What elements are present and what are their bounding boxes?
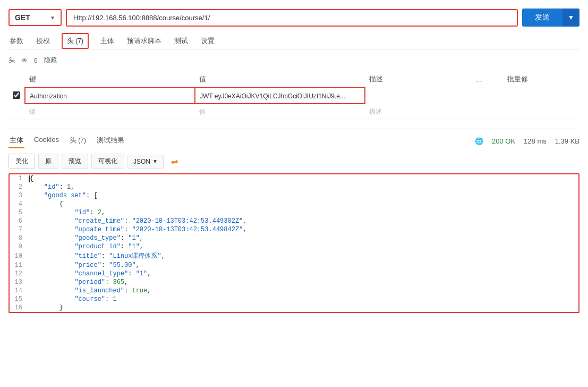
format-tabs-row: 美化 原 预览 可视化 JSON ▼ ⇌	[8, 154, 580, 169]
method-selector[interactable]: GET ▼	[8, 9, 62, 26]
response-tabs-row: 主体 Cookies 头 (7) 测试结果 🌐 200 OK 128 ms 1.…	[8, 133, 580, 148]
json-line-4: 4 {	[10, 200, 578, 208]
placeholder-key: 键	[29, 108, 36, 115]
tab-auth[interactable]: 授权	[35, 33, 51, 49]
desc-cell	[365, 88, 471, 104]
col-value-header: 值	[195, 71, 365, 88]
method-label: GET	[15, 13, 30, 22]
placeholder-value-cell[interactable]: 值	[195, 104, 365, 120]
response-section: 主体 Cookies 头 (7) 测试结果 🌐 200 OK 128 ms 1.…	[8, 129, 580, 313]
fmt-tab-preview[interactable]: 预览	[62, 154, 88, 169]
placeholder-desc: 描述	[369, 108, 382, 115]
headers-label: 头	[8, 56, 15, 65]
placeholder-actions-cell	[471, 104, 503, 120]
json-line-2: 2 "id": 1,	[10, 183, 578, 191]
bulk-cell	[503, 88, 580, 104]
eye-icon: 👁	[21, 57, 28, 64]
globe-icon: 🌐	[475, 137, 483, 145]
fmt-tab-beautify[interactable]: 美化	[8, 154, 35, 169]
tab-tests[interactable]: 测试	[173, 33, 189, 49]
json-line-8: 8 "goods_type": "1",	[10, 234, 578, 242]
actions-cell	[471, 88, 503, 104]
placeholder-checkbox-cell	[8, 104, 25, 120]
tab-body[interactable]: 主体	[99, 33, 115, 49]
json-line-5: 5 "id": 2,	[10, 208, 578, 217]
json-line-1: 1 {	[10, 174, 578, 183]
json-line-10: 10 "title": "Linux课程体系",	[10, 251, 578, 261]
col-key-header: 键	[25, 71, 195, 88]
json-viewer: 1 { 2 "id": 1, 3 "goods_set": [ 4 { 5 "i…	[8, 173, 580, 313]
placeholder-bulk-cell	[503, 104, 580, 120]
send-arrow-button[interactable]: ▼	[563, 9, 580, 27]
key-value: Authorization	[30, 92, 67, 100]
json-line-16: 16 }	[10, 304, 578, 312]
row-checkbox[interactable]	[13, 91, 20, 99]
dots-menu-icon[interactable]: ...	[475, 75, 483, 83]
headers-sub-header: 头 👁 6 隐藏	[8, 54, 580, 67]
response-size: 1.39 KB	[555, 137, 580, 145]
fmt-tab-raw[interactable]: 原	[38, 154, 58, 169]
send-button[interactable]: 发送	[522, 9, 563, 27]
resp-tab-headers[interactable]: 头 (7)	[69, 133, 87, 148]
json-line-13: 13 "period": 365,	[10, 278, 578, 287]
col-checkbox-header	[8, 71, 25, 88]
col-desc-header: 描述	[365, 71, 471, 88]
placeholder-value: 值	[199, 108, 206, 115]
method-arrow-icon: ▼	[50, 15, 55, 21]
response-time: 128 ms	[524, 137, 547, 145]
col-actions-header: ...	[471, 71, 503, 88]
row-checkbox-cell	[8, 88, 25, 104]
tab-settings[interactable]: 设置	[200, 33, 216, 49]
value-cell: JWT eyJ0eXAiOiJKV1QiLCJhbGciOiJIUzI1NiJ9…	[195, 88, 365, 104]
tab-pre-request[interactable]: 预请求脚本	[126, 33, 163, 49]
json-line-7: 7 "update_time": "2020-10-13T03:42:53.44…	[10, 225, 578, 234]
request-tabs-row: 参数 授权 头 (7) 主体 预请求脚本 测试 设置	[8, 33, 580, 49]
fmt-tab-json[interactable]: JSON ▼	[127, 155, 164, 169]
json-line-14: 14 "is_launched": true,	[10, 287, 578, 295]
json-line-15: 15 "course": 1	[10, 295, 578, 304]
json-line-12: 12 "channel_type": "1",	[10, 270, 578, 278]
hidden-count: 6	[34, 57, 38, 64]
resp-tab-cookies[interactable]: Cookies	[33, 133, 60, 148]
url-bar: GET ▼ 发送 ▼	[8, 9, 580, 27]
send-btn-group: 发送 ▼	[522, 9, 580, 27]
json-line-9: 9 "product_id": "1",	[10, 242, 578, 251]
url-input[interactable]	[67, 10, 517, 26]
table-row: Authorization JWT eyJ0eXAiOiJKV1QiLCJhbG…	[8, 88, 580, 104]
json-line-3: 3 "goods_set": [	[10, 191, 578, 200]
bulk-edit-header[interactable]: 批量修	[503, 71, 580, 88]
response-tabs: 主体 Cookies 头 (7) 测试结果	[8, 133, 125, 148]
wrap-icon[interactable]: ⇌	[171, 156, 178, 166]
hide-button[interactable]: 隐藏	[44, 56, 57, 65]
tab-headers[interactable]: 头 (7)	[62, 33, 89, 49]
placeholder-row: 键 值 描述	[8, 104, 580, 120]
response-meta: 🌐 200 OK 128 ms 1.39 KB	[475, 137, 580, 145]
json-line-6: 6 "create_time": "2020-10-13T03:42:53.44…	[10, 217, 578, 225]
headers-table: 键 值 描述 ... 批量修 Authorization JWT eyJ0eXA…	[8, 71, 580, 120]
status-badge: 200 OK	[492, 137, 515, 145]
url-input-wrapper	[66, 9, 518, 27]
resp-tab-test-results[interactable]: 测试结果	[96, 133, 125, 148]
key-cell: Authorization	[25, 88, 195, 104]
tab-params[interactable]: 参数	[8, 33, 24, 49]
resp-tab-body[interactable]: 主体	[8, 133, 24, 148]
json-line-11: 11 "price": "55.00",	[10, 261, 578, 270]
placeholder-key-cell[interactable]: 键	[25, 104, 195, 120]
placeholder-desc-cell[interactable]: 描述	[365, 104, 471, 120]
fmt-tab-visualize[interactable]: 可视化	[91, 154, 124, 169]
auth-value-text: JWT eyJ0eXAiOiJKV1QiLCJhbGciOiJIUzI1NiJ9…	[200, 92, 347, 100]
